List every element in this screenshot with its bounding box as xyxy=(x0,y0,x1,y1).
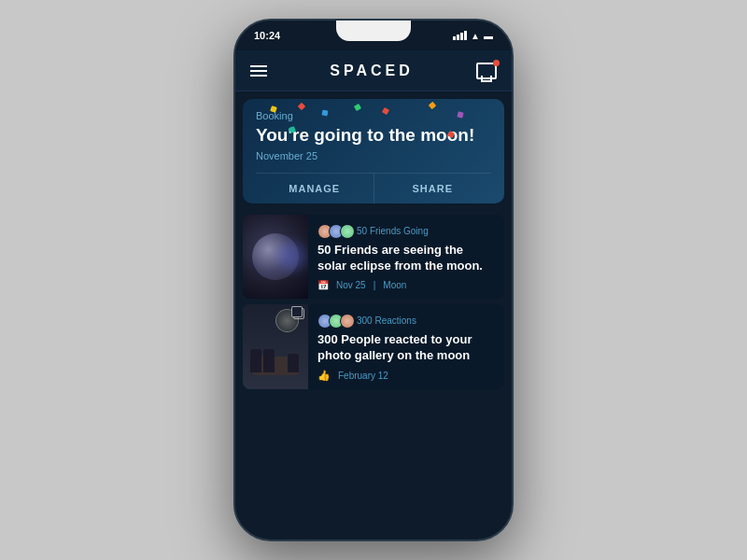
confetti-piece xyxy=(322,110,329,117)
wifi-icon: ▲ xyxy=(471,31,480,41)
notch xyxy=(336,21,411,41)
notification-badge xyxy=(493,60,500,66)
inbox-button[interactable] xyxy=(476,63,497,79)
status-bar: 10:24 ▲ ▬ xyxy=(235,21,512,50)
card-title-gallery: 300 People reacted to your photo gallery… xyxy=(317,332,495,364)
card-meta-eclipse: 50 Friends Going xyxy=(317,224,495,239)
booking-label: Booking xyxy=(256,110,491,121)
avatar-group xyxy=(317,224,351,239)
card-location: Moon xyxy=(383,280,406,290)
card-date-gallery: February 12 xyxy=(338,371,388,381)
like-icon: 👍 xyxy=(317,370,331,382)
card-footer-eclipse: 📅 Nov 25 | Moon xyxy=(317,280,495,290)
avatar-group-gallery xyxy=(317,314,351,329)
copy-icon xyxy=(293,308,304,319)
gallery-scene xyxy=(243,304,308,389)
manage-button[interactable]: MANAGE xyxy=(256,174,374,203)
avatar-3 xyxy=(340,224,355,239)
booking-banner: Booking You're going to the moon! Novemb… xyxy=(243,99,504,203)
status-icons: ▲ ▬ xyxy=(453,31,493,41)
app-title: SPACED xyxy=(330,63,414,79)
booking-actions: MANAGE SHARE xyxy=(256,173,491,203)
card-content-eclipse: 50 Friends Going 50 Friends are seeing t… xyxy=(308,215,504,299)
card-image-moon xyxy=(243,215,308,299)
card-footer-gallery: 👍 February 12 xyxy=(317,370,495,382)
moon-circle xyxy=(252,233,299,280)
status-time: 10:24 xyxy=(254,30,280,41)
activity-section: 50 Friends Going 50 Friends are seeing t… xyxy=(235,211,512,399)
booking-date: November 25 xyxy=(256,150,491,161)
avatar-g3 xyxy=(340,314,355,329)
signal-icon xyxy=(453,31,467,40)
card-meta-gallery: 300 Reactions xyxy=(317,314,495,329)
moon-glow xyxy=(278,243,306,271)
moon-image xyxy=(243,215,308,299)
separator: | xyxy=(374,280,376,290)
activity-card-eclipse[interactable]: 50 Friends Going 50 Friends are seeing t… xyxy=(243,215,504,299)
card-image-gallery xyxy=(243,304,308,389)
card-date-eclipse: Nov 25 xyxy=(336,280,366,290)
confetti-piece xyxy=(429,102,436,109)
activity-card-gallery[interactable]: 300 Reactions 300 People reacted to your… xyxy=(243,304,504,389)
app-header: SPACED xyxy=(235,50,512,91)
card-title-eclipse: 50 Friends are seeing the solar eclipse … xyxy=(317,243,495,274)
meta-label-eclipse: 50 Friends Going xyxy=(357,226,429,236)
share-button[interactable]: SHARE xyxy=(374,174,492,203)
meta-label-gallery: 300 Reactions xyxy=(357,315,416,326)
confetti-piece xyxy=(298,103,305,110)
hamburger-button[interactable] xyxy=(250,65,267,77)
battery-icon: ▬ xyxy=(484,31,493,41)
card-content-gallery: 300 Reactions 300 People reacted to your… xyxy=(308,304,504,389)
phone-frame: 10:24 ▲ ▬ SPACED Booking You're goin xyxy=(233,19,514,541)
calendar-icon: 📅 xyxy=(317,280,329,290)
